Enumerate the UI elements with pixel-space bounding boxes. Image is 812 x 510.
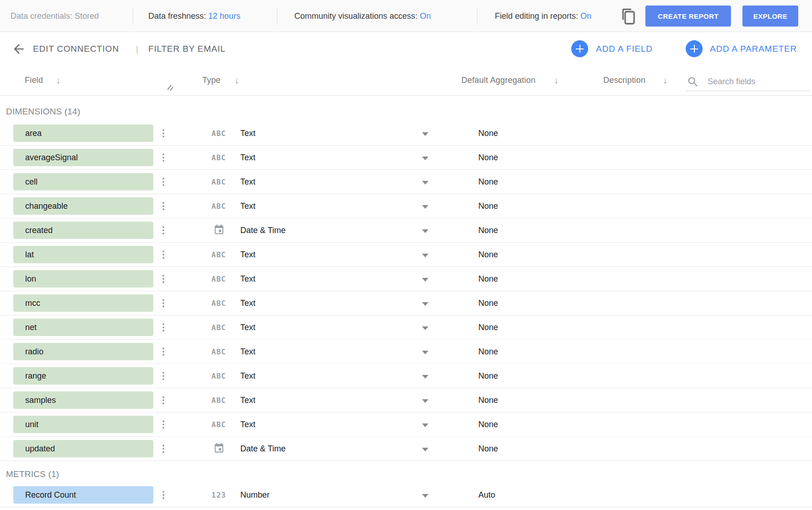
field-type-value[interactable]: Text	[240, 146, 255, 170]
more-options-icon[interactable]	[160, 346, 167, 357]
field-editing-item[interactable]: Field editing in reports: On	[495, 0, 591, 32]
more-options-icon[interactable]	[160, 298, 167, 309]
data-freshness-value[interactable]: 12 hours	[208, 11, 240, 21]
default-aggregation-value[interactable]: None	[478, 315, 498, 340]
sort-field-icon[interactable]: ↓	[56, 65, 60, 96]
default-aggregation-value[interactable]: None	[478, 364, 498, 388]
description-cell[interactable]	[595, 340, 709, 364]
type-dropdown-arrow-icon[interactable]	[422, 302, 428, 306]
add-a-parameter-button[interactable]: ADD A PARAMETER	[710, 33, 797, 65]
field-name-chip[interactable]: lon	[13, 270, 153, 288]
data-credentials-item[interactable]: Data credentials: Stored	[11, 0, 99, 32]
more-options-icon[interactable]	[160, 249, 167, 260]
description-cell[interactable]	[595, 364, 709, 388]
field-type-value[interactable]: Text	[240, 121, 255, 146]
field-type-value[interactable]: Text	[240, 412, 255, 437]
type-dropdown-arrow-icon[interactable]	[422, 157, 428, 160]
field-name-chip[interactable]: changeable	[13, 197, 153, 215]
field-name-chip[interactable]: area	[13, 125, 153, 142]
type-dropdown-arrow-icon[interactable]	[422, 448, 428, 451]
description-cell[interactable]	[595, 121, 709, 146]
explore-button[interactable]: EXPLORE	[742, 5, 798, 27]
field-type-value[interactable]: Text	[240, 388, 255, 412]
filter-by-email-link[interactable]: FILTER BY EMAIL	[148, 33, 226, 65]
description-cell[interactable]	[595, 218, 709, 243]
data-freshness-item[interactable]: Data freshness: 12 hours	[148, 0, 240, 32]
community-visualizations-value[interactable]: On	[420, 11, 431, 21]
type-dropdown-arrow-icon[interactable]	[422, 181, 428, 184]
field-type-value[interactable]: Text	[240, 291, 255, 315]
field-name-chip[interactable]: samples	[13, 391, 153, 409]
type-dropdown-arrow-icon[interactable]	[422, 205, 428, 209]
more-options-icon[interactable]	[160, 225, 167, 236]
type-dropdown-arrow-icon[interactable]	[422, 278, 428, 282]
field-type-value[interactable]: Text	[240, 194, 255, 218]
more-options-icon[interactable]	[160, 176, 167, 187]
sort-aggregation-icon[interactable]: ↓	[554, 65, 558, 96]
type-dropdown-arrow-icon[interactable]	[422, 351, 428, 354]
description-cell[interactable]	[595, 146, 709, 170]
more-options-icon[interactable]	[160, 489, 167, 500]
add-parameter-plus-icon[interactable]	[686, 40, 703, 57]
type-dropdown-arrow-icon[interactable]	[422, 375, 428, 379]
default-aggregation-value[interactable]: None	[478, 194, 498, 218]
field-type-value[interactable]: Text	[240, 315, 255, 340]
column-resize-handle[interactable]	[166, 84, 174, 93]
field-name-chip[interactable]: created	[13, 222, 153, 239]
default-aggregation-value[interactable]: None	[478, 437, 498, 461]
more-options-icon[interactable]	[160, 370, 167, 381]
type-dropdown-arrow-icon[interactable]	[422, 132, 428, 136]
type-dropdown-arrow-icon[interactable]	[422, 254, 428, 257]
back-arrow-icon[interactable]	[11, 42, 26, 58]
sort-type-icon[interactable]: ↓	[234, 65, 239, 96]
description-cell[interactable]	[595, 170, 709, 194]
field-name-chip[interactable]: range	[13, 367, 153, 385]
type-dropdown-arrow-icon[interactable]	[422, 494, 428, 498]
description-cell[interactable]	[595, 243, 709, 267]
field-name-chip[interactable]: averageSignal	[13, 149, 153, 166]
default-aggregation-value[interactable]: Auto	[478, 483, 495, 507]
more-options-icon[interactable]	[160, 273, 167, 284]
description-cell[interactable]	[595, 267, 709, 291]
default-aggregation-value[interactable]: None	[478, 243, 498, 267]
field-type-value[interactable]: Date & Time	[240, 218, 286, 243]
type-dropdown-arrow-icon[interactable]	[422, 326, 428, 330]
default-aggregation-value[interactable]: None	[478, 218, 498, 243]
type-dropdown-arrow-icon[interactable]	[422, 423, 428, 427]
field-type-value[interactable]: Number	[240, 483, 270, 507]
edit-connection-link[interactable]: EDIT CONNECTION	[33, 33, 119, 65]
field-name-chip[interactable]: unit	[13, 416, 153, 433]
type-dropdown-arrow-icon[interactable]	[422, 399, 428, 403]
create-report-button[interactable]: CREATE REPORT	[645, 5, 731, 27]
copy-icon[interactable]	[620, 7, 637, 27]
field-type-value[interactable]: Text	[240, 267, 255, 291]
default-aggregation-value[interactable]: None	[478, 121, 498, 146]
more-options-icon[interactable]	[160, 322, 167, 333]
default-aggregation-value[interactable]: None	[478, 170, 498, 194]
field-type-value[interactable]: Date & Time	[240, 437, 286, 461]
default-aggregation-value[interactable]: None	[478, 340, 498, 364]
add-a-field-button[interactable]: ADD A FIELD	[596, 33, 653, 65]
more-options-icon[interactable]	[160, 395, 167, 406]
field-name-chip[interactable]: radio	[13, 343, 153, 360]
field-type-value[interactable]: Text	[240, 340, 255, 364]
more-options-icon[interactable]	[160, 443, 167, 454]
more-options-icon[interactable]	[160, 419, 167, 430]
description-cell[interactable]	[595, 412, 709, 437]
default-aggregation-value[interactable]: None	[478, 146, 498, 170]
description-cell[interactable]	[595, 388, 709, 412]
add-field-plus-icon[interactable]	[571, 40, 588, 57]
type-dropdown-arrow-icon[interactable]	[422, 229, 428, 233]
field-type-value[interactable]: Text	[240, 243, 255, 267]
more-options-icon[interactable]	[160, 128, 167, 139]
search-fields-input[interactable]	[708, 75, 806, 88]
default-aggregation-value[interactable]: None	[478, 412, 498, 437]
field-name-chip[interactable]: lat	[13, 246, 153, 263]
field-name-chip[interactable]: Record Count	[13, 486, 153, 504]
description-cell[interactable]	[595, 483, 709, 507]
default-aggregation-value[interactable]: None	[478, 388, 498, 412]
field-type-value[interactable]: Text	[240, 364, 255, 388]
sort-description-icon[interactable]: ↓	[663, 65, 667, 96]
field-name-chip[interactable]: updated	[13, 440, 153, 457]
default-aggregation-value[interactable]: None	[478, 291, 498, 315]
